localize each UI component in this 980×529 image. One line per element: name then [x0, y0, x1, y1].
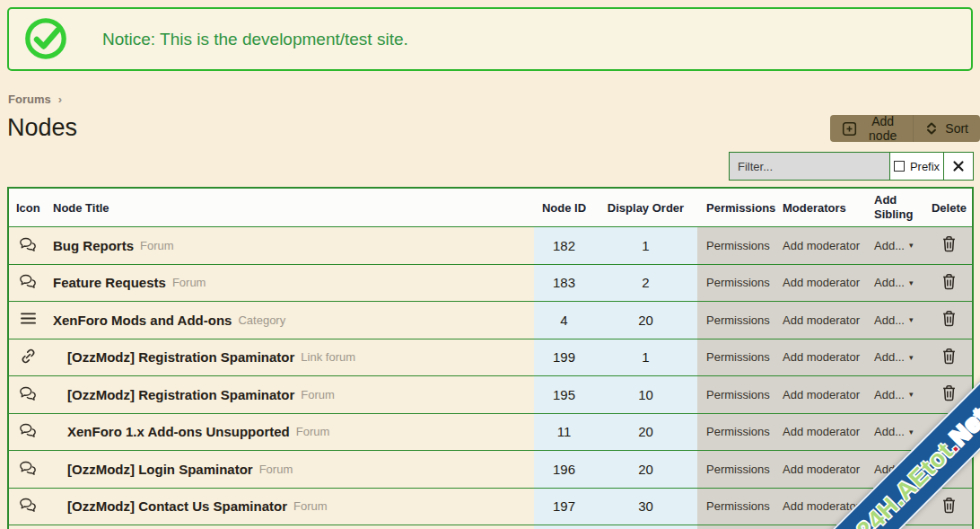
- permissions-link[interactable]: Permissions: [706, 499, 770, 513]
- breadcrumb: Forums ›: [8, 93, 62, 106]
- node-title-link[interactable]: [OzzModz] Registration Spaminator: [67, 387, 294, 402]
- node-type-label: Forum: [259, 463, 293, 476]
- comments-icon: [19, 385, 37, 404]
- header-permissions: Permissions: [697, 189, 774, 226]
- permissions-link[interactable]: Permissions: [706, 239, 770, 252]
- add-moderator-link[interactable]: Add moderator: [783, 425, 860, 438]
- delete-button[interactable]: [941, 384, 957, 404]
- chevron-down-icon: ▾: [909, 353, 914, 362]
- add-sibling-dropdown[interactable]: Add...▾: [874, 388, 914, 401]
- add-moderator-link[interactable]: Add moderator: [783, 276, 860, 289]
- link-icon: [20, 348, 37, 367]
- delete-button[interactable]: [941, 235, 957, 255]
- delete-button[interactable]: [941, 310, 957, 330]
- add-moderator-link[interactable]: Add moderator: [783, 499, 860, 513]
- add-moderator-link[interactable]: Add moderator: [783, 350, 860, 364]
- add-sibling-dropdown[interactable]: Add...▾: [874, 499, 914, 513]
- nodes-table: Icon Node Title Node ID Display Order Pe…: [7, 187, 974, 529]
- node-title-link[interactable]: XenForo 1.x Add-ons Unsupported: [67, 424, 290, 439]
- chevron-down-icon: ▾: [909, 502, 914, 511]
- table-row: XenForo 1.x Add-ons Unsupported Forum 11…: [9, 414, 972, 452]
- node-title-link[interactable]: XenForo Mods and Add-ons: [53, 313, 232, 328]
- display-order-value: 30: [638, 498, 653, 514]
- delete-button[interactable]: [941, 422, 957, 442]
- table-row: [OzzModz] Registration Spaminator Link f…: [9, 339, 972, 377]
- display-order-value: 1: [642, 238, 649, 253]
- add-node-label: Add node: [864, 115, 901, 142]
- permissions-link[interactable]: Permissions: [706, 350, 770, 364]
- node-title-link[interactable]: Bug Reports: [53, 238, 134, 253]
- add-sibling-dropdown[interactable]: Add...▾: [874, 313, 914, 327]
- node-title-link[interactable]: [OzzModz] Registration Spaminator: [67, 349, 294, 365]
- add-sibling-dropdown[interactable]: Add...▾: [874, 463, 914, 476]
- prefix-label: Prefix: [910, 160, 940, 173]
- node-id-value: 199: [553, 349, 575, 365]
- filter-input-wrap: [730, 153, 890, 180]
- node-id-value: 4: [560, 313, 567, 328]
- plus-square-icon: [842, 121, 857, 137]
- table-row: XenForo Mods and Add-ons Category 4 20 P…: [9, 302, 972, 339]
- add-sibling-dropdown[interactable]: Add...▾: [874, 276, 914, 289]
- partial-row: [9, 525, 972, 529]
- comments-icon: [19, 236, 37, 255]
- chevron-down-icon: ▾: [909, 315, 914, 324]
- breadcrumb-forums-link[interactable]: Forums: [8, 93, 51, 106]
- header-node-title: Node Title: [47, 189, 534, 226]
- node-type-label: Forum: [293, 499, 328, 513]
- trash-icon: [941, 422, 957, 442]
- permissions-link[interactable]: Permissions: [706, 276, 770, 289]
- permissions-link[interactable]: Permissions: [706, 425, 770, 438]
- node-id-value: 182: [553, 238, 575, 253]
- display-order-value: 20: [638, 424, 653, 439]
- chevron-down-icon: ▾: [909, 278, 914, 287]
- add-moderator-link[interactable]: Add moderator: [783, 313, 860, 327]
- node-id-value: 183: [553, 275, 575, 290]
- table-row: [OzzModz] Login Spaminator Forum 196 20 …: [9, 451, 972, 489]
- node-id-value: 197: [553, 498, 575, 514]
- sort-label: Sort: [945, 121, 968, 136]
- delete-button[interactable]: [941, 273, 957, 293]
- trash-icon: [941, 310, 957, 330]
- table-row: Feature Requests Forum 183 2 Permissions…: [9, 265, 972, 303]
- filter-input[interactable]: [730, 153, 889, 180]
- permissions-link[interactable]: Permissions: [706, 388, 770, 401]
- trash-icon: [941, 348, 957, 367]
- table-body: Bug Reports Forum 182 1 Permissions Add …: [9, 227, 972, 525]
- dev-notice-banner: Notice: This is the development/test sit…: [7, 7, 973, 71]
- breadcrumb-separator: ›: [58, 93, 62, 106]
- add-moderator-link[interactable]: Add moderator: [783, 463, 860, 476]
- delete-button[interactable]: [941, 348, 957, 367]
- display-order-value: 10: [638, 387, 653, 402]
- header-delete: Delete: [926, 189, 972, 226]
- check-circle-icon: [23, 15, 68, 64]
- nodes-admin-page: { "notice": { "text": "Notice: This is t…: [0, 0, 980, 529]
- node-type-label: Category: [238, 313, 285, 327]
- add-sibling-dropdown[interactable]: Add...▾: [874, 425, 914, 438]
- node-title-link[interactable]: [OzzModz] Contact Us Spaminator: [67, 498, 287, 514]
- list-icon: [20, 312, 37, 328]
- add-moderator-link[interactable]: Add moderator: [783, 239, 860, 252]
- table-row: [OzzModz] Registration Spaminator Forum …: [9, 376, 972, 414]
- delete-button[interactable]: [941, 497, 957, 516]
- chevron-down-icon: ▾: [909, 390, 914, 399]
- trash-icon: [941, 497, 957, 516]
- node-type-label: Forum: [140, 239, 174, 252]
- header-display-order: Display Order: [594, 189, 697, 226]
- node-title-link[interactable]: [OzzModz] Login Spaminator: [67, 462, 253, 477]
- permissions-link[interactable]: Permissions: [706, 313, 770, 327]
- chevron-down-icon: ▾: [909, 464, 914, 473]
- add-sibling-dropdown[interactable]: Add...▾: [874, 239, 914, 252]
- node-title-link[interactable]: Feature Requests: [53, 275, 166, 290]
- checkbox-icon: [894, 161, 905, 172]
- header-add-sibling: Add Sibling: [863, 189, 926, 226]
- prefix-checkbox[interactable]: Prefix: [890, 153, 944, 180]
- delete-button[interactable]: [941, 459, 957, 479]
- filter-close-button[interactable]: [944, 153, 973, 180]
- add-moderator-link[interactable]: Add moderator: [783, 388, 860, 401]
- node-id-value: 196: [553, 462, 575, 477]
- sort-button[interactable]: Sort: [913, 115, 980, 142]
- add-sibling-dropdown[interactable]: Add...▾: [874, 350, 914, 364]
- header-node-id: Node ID: [534, 189, 594, 226]
- add-node-button[interactable]: Add node: [830, 115, 913, 142]
- permissions-link[interactable]: Permissions: [706, 463, 770, 476]
